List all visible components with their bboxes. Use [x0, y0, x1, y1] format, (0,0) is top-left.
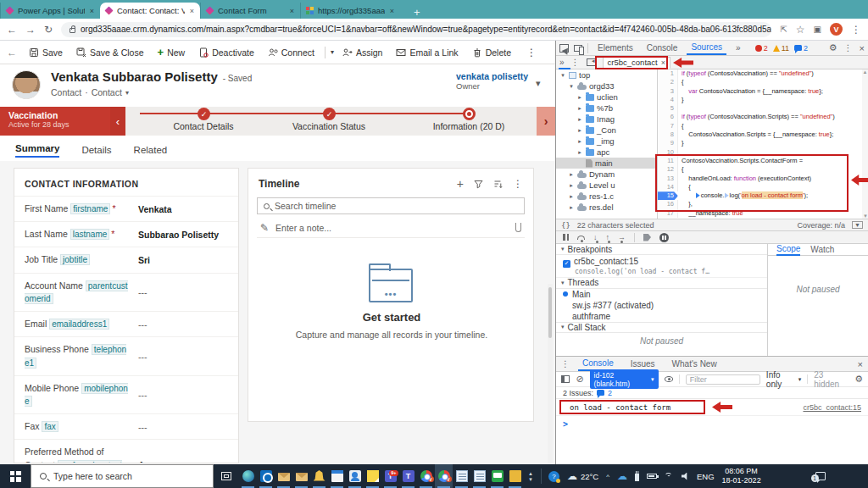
breakpoint-checkbox[interactable]: ✓: [563, 260, 570, 268]
tree-expander-icon[interactable]: ▸: [568, 182, 575, 189]
devtools-tab-sources[interactable]: Sources: [687, 41, 726, 55]
devtools-close-icon[interactable]: ×: [860, 43, 865, 53]
weather-widget[interactable]: ☁ 22°C: [567, 470, 598, 482]
help-tray-icon[interactable]: ?: [548, 471, 559, 482]
line-number[interactable]: 2: [658, 78, 678, 86]
tab-close-icon[interactable]: ×: [189, 7, 195, 15]
start-button[interactable]: [0, 464, 31, 488]
warning-badge[interactable]: 11: [773, 44, 789, 53]
drawer-close-icon[interactable]: ×: [858, 359, 863, 369]
field-value[interactable]: ---: [128, 319, 228, 330]
navigator-item-top[interactable]: ▾top: [556, 69, 657, 80]
navigator-item-orgd33[interactable]: ▾orgd33: [556, 80, 657, 92]
breakpoint-line-number[interactable]: 15: [658, 191, 678, 200]
reload-icon[interactable]: ↻: [44, 24, 53, 36]
breakpoints-section-header[interactable]: ▾ Breakpoints: [556, 244, 767, 255]
tree-expander-icon[interactable]: ▸: [568, 193, 575, 200]
clear-console-icon[interactable]: ⊘: [576, 374, 583, 385]
navigator-item-res-del[interactable]: ▸res.del: [556, 202, 657, 213]
step-into-icon[interactable]: ↓: [593, 233, 598, 242]
browser-tab-contact-form[interactable]: Contact Form ×: [200, 3, 300, 19]
taskbar-teams-icon[interactable]: T: [399, 464, 417, 488]
taskbar-edge-icon[interactable]: [239, 464, 257, 488]
threads-section-header[interactable]: ▾ Threads: [556, 278, 767, 289]
file-tab-close-icon[interactable]: ×: [661, 58, 665, 67]
console-prompt-caret[interactable]: >: [556, 416, 868, 432]
navigator-item-dynam[interactable]: ▸Dynam: [556, 169, 657, 180]
tab-related[interactable]: Related: [134, 145, 168, 158]
taskbar-zoom-icon[interactable]: [488, 464, 506, 488]
field-value[interactable]: Subbarao Polisetty: [128, 230, 228, 240]
new-button[interactable]: + New: [153, 45, 191, 60]
code-line[interactable]: 3 var ContosoVaccination = {__namespace:…: [658, 87, 862, 96]
tree-expander-icon[interactable]: ▸: [576, 138, 583, 145]
step-out-icon[interactable]: ↑: [606, 233, 610, 242]
console-settings-gear-icon[interactable]: ⚙: [854, 374, 863, 385]
navigator-item-uclien[interactable]: ▸uclien: [556, 92, 657, 103]
contact-field-row[interactable]: Account Name parentcustomerid---: [14, 273, 238, 311]
field-value[interactable]: Sri: [128, 255, 228, 265]
timeline-add-icon[interactable]: +: [457, 177, 464, 191]
save-button[interactable]: Save: [24, 45, 68, 60]
code-line[interactable]: 7{: [658, 122, 862, 130]
connect-dropdown-icon[interactable]: ▾: [331, 48, 334, 56]
devtools-tab-elements[interactable]: Elements: [593, 42, 637, 54]
line-number[interactable]: 1: [658, 69, 678, 78]
tree-expander-icon[interactable]: ▸: [576, 94, 583, 101]
taskbar-teams-icon[interactable]: T9+: [381, 464, 399, 488]
open-file-tab[interactable]: cr5bc_contact ×: [603, 57, 670, 69]
form-selector-chevron-icon[interactable]: ▾: [125, 89, 129, 97]
code-line[interactable]: 13 handleOnLoad: function (executionCont…: [658, 175, 862, 183]
code-line[interactable]: 16 },: [658, 200, 862, 208]
tab-close-icon[interactable]: ×: [289, 7, 295, 15]
taskbar-mail-icon[interactable]: [275, 464, 292, 488]
code-line[interactable]: 4}: [658, 96, 862, 104]
navigator-item-imag[interactable]: ▸Imag: [556, 114, 657, 125]
console-filter-input[interactable]: [686, 374, 760, 385]
field-value[interactable]: ---: [128, 390, 228, 400]
settings-gear-icon[interactable]: ⚙: [829, 42, 837, 53]
breakpoint-entry[interactable]: ✓cr5bc_contact:15 console.log('on load -…: [556, 255, 767, 278]
field-value[interactable]: ---: [128, 422, 228, 432]
command-overflow-icon[interactable]: ⋮: [526, 47, 537, 58]
back-icon[interactable]: ←: [7, 24, 17, 36]
bpf-scroll-right-button[interactable]: ›: [537, 107, 555, 136]
line-number[interactable]: 3: [658, 87, 678, 96]
browser-tab-contact-record[interactable]: Contact: Contact: Venkata Subba ×: [100, 3, 200, 19]
volume-icon[interactable]: [682, 473, 689, 480]
drawer-menu-icon[interactable]: ⋮: [561, 359, 570, 369]
console-sidebar-icon[interactable]: [561, 375, 570, 383]
wifi-icon[interactable]: [665, 473, 674, 480]
console-source-link[interactable]: cr5bc_contact:15: [803, 403, 861, 412]
code-line[interactable]: 12{: [658, 165, 862, 174]
bpf-stage-label[interactable]: Information (20 D): [433, 121, 505, 131]
contact-field-row[interactable]: Fax fax---: [14, 413, 238, 439]
taskbar-mail-icon[interactable]: [292, 464, 310, 488]
tree-expander-icon[interactable]: ▸: [576, 116, 583, 123]
live-expression-eye-icon[interactable]: [665, 376, 673, 382]
timeline-filter-icon[interactable]: [474, 180, 483, 189]
line-number[interactable]: 14: [658, 183, 678, 191]
contact-photo-avatar[interactable]: [12, 70, 41, 99]
tree-expander-icon[interactable]: ▸: [576, 105, 583, 112]
taskbar-document-icon[interactable]: [506, 464, 524, 488]
assign-button[interactable]: Assign: [337, 45, 388, 60]
app-back-icon[interactable]: ←: [7, 47, 17, 58]
tree-expander-icon[interactable]: ▸: [576, 149, 583, 156]
bpf-scroll-left-button[interactable]: ‹: [110, 107, 125, 136]
show-hidden-icons-chevron[interactable]: ^: [606, 473, 609, 480]
browser-tab-url[interactable]: https://orgd335aaae.crm.dynam ×: [300, 3, 400, 19]
thread-row[interactable]: authframe: [556, 311, 767, 322]
line-number[interactable]: 13: [658, 175, 678, 183]
tab-scope[interactable]: Scope: [776, 243, 800, 256]
line-number[interactable]: 10: [658, 148, 678, 157]
taskbar-search-box[interactable]: Type here to search: [31, 464, 214, 488]
code-line[interactable]: 2{: [658, 78, 862, 86]
clock[interactable]: 08:06 PM 18-01-2022: [722, 467, 761, 486]
delete-button[interactable]: Delete: [467, 45, 516, 60]
tab-close-icon[interactable]: ×: [389, 7, 395, 15]
step-icon[interactable]: →: [618, 233, 626, 242]
devtools-tab-console[interactable]: Console: [643, 42, 682, 54]
browser-profile-avatar[interactable]: V: [830, 23, 843, 36]
browser-tab-powerapps[interactable]: Power Apps | Solutions - Contact ×: [0, 3, 100, 19]
